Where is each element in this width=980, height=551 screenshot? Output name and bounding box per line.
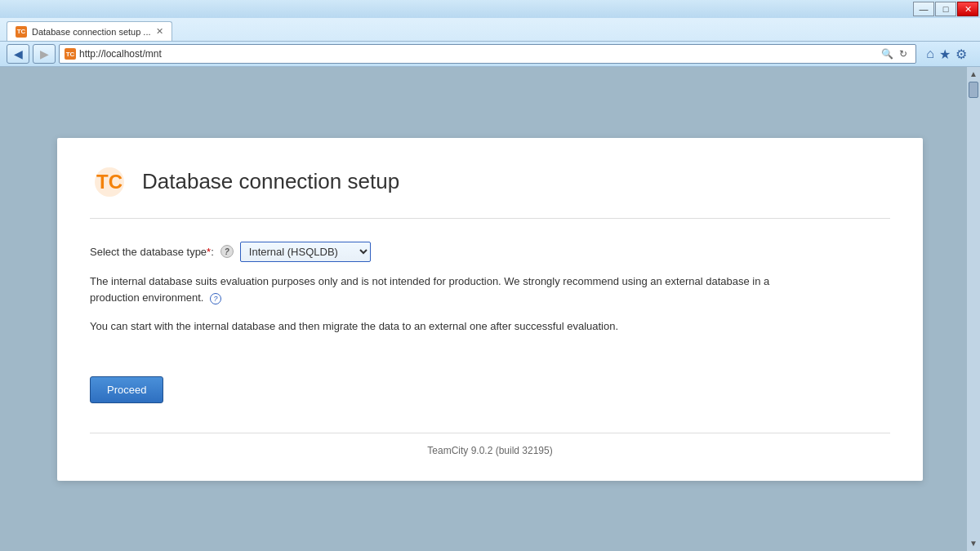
teamcity-logo: TC xyxy=(90,162,129,202)
minimize-button[interactable]: — xyxy=(913,2,934,16)
header-divider xyxy=(90,218,890,219)
url-bar[interactable]: TC http://localhost/mnt 🔍 ↻ xyxy=(59,44,916,64)
active-tab[interactable]: TC Database connection setup ... ✕ xyxy=(7,21,172,41)
search-icon[interactable]: 🔍 xyxy=(880,47,894,61)
browser-wrapper: TC Database connection setup Select the … xyxy=(0,67,980,551)
footer-version: TeamCity 9.0.2 (build 32195) xyxy=(90,445,890,456)
tab-favicon: TC xyxy=(16,26,27,38)
window-controls: — □ ✕ xyxy=(913,2,978,16)
address-bar: ◀ ▶ TC http://localhost/mnt 🔍 ↻ ⌂ ★ ⚙ xyxy=(0,41,980,66)
page-title: Database connection setup xyxy=(142,169,399,194)
forward-button[interactable]: ▶ xyxy=(33,44,56,64)
refresh-icon[interactable]: ↻ xyxy=(896,47,911,61)
back-button[interactable]: ◀ xyxy=(7,44,29,64)
title-bar: — □ ✕ xyxy=(0,0,980,18)
form-section: Select the database type*: ? Internal (H… xyxy=(90,242,890,347)
maximize-button[interactable]: □ xyxy=(935,2,956,16)
info-text-1: The internal database suits evaluation p… xyxy=(90,273,776,308)
close-button[interactable]: ✕ xyxy=(957,2,978,16)
favorites-icon[interactable]: ★ xyxy=(939,47,951,62)
help-link[interactable]: ? xyxy=(210,290,221,307)
url-text: http://localhost/mnt xyxy=(79,48,876,60)
svg-text:TC: TC xyxy=(96,171,122,193)
info-text-2: You can start with the internal database… xyxy=(90,318,776,335)
db-type-field: Select the database type*: ? Internal (H… xyxy=(90,242,890,262)
card-header: TC Database connection setup xyxy=(90,162,890,202)
url-actions: 🔍 ↻ xyxy=(880,47,911,61)
scrollbar[interactable]: ▲ ▼ xyxy=(967,67,980,551)
scroll-up-button[interactable]: ▲ xyxy=(969,69,978,80)
tab-bar: TC Database connection setup ... ✕ xyxy=(0,18,980,41)
site-icon: TC xyxy=(65,48,76,60)
proceed-button[interactable]: Proceed xyxy=(90,376,163,403)
db-type-label: Select the database type*: xyxy=(90,246,214,258)
browser-toolbar-icons: ⌂ ★ ⚙ xyxy=(920,47,973,62)
browser-chrome: TC Database connection setup ... ✕ ◀ ▶ T… xyxy=(0,18,980,67)
setup-card: TC Database connection setup Select the … xyxy=(57,138,923,481)
database-type-select[interactable]: Internal (HSQLDB) MySQL PostgreSQL Oracl… xyxy=(240,242,371,262)
settings-icon[interactable]: ⚙ xyxy=(956,47,967,62)
scroll-thumb[interactable] xyxy=(969,82,978,98)
footer-divider xyxy=(90,433,890,433)
home-icon[interactable]: ⌂ xyxy=(926,47,934,61)
required-indicator: * xyxy=(207,246,211,258)
scroll-down-button[interactable]: ▼ xyxy=(969,538,978,549)
tab-title: Database connection setup ... xyxy=(32,27,151,37)
help-icon[interactable]: ? xyxy=(220,245,234,258)
content-area: TC Database connection setup Select the … xyxy=(0,67,980,551)
tab-close-button[interactable]: ✕ xyxy=(156,26,163,37)
